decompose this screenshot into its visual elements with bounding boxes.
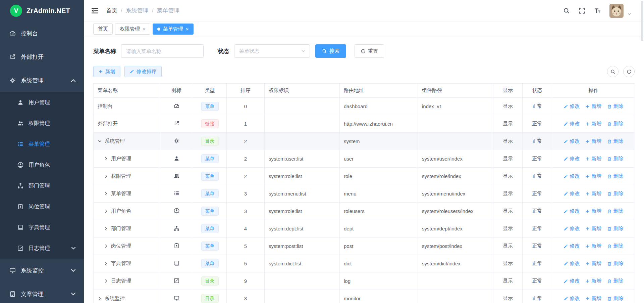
close-tab-icon[interactable]: ×: [186, 26, 189, 32]
app-logo: V ZrAdmin.NET: [0, 0, 84, 21]
edit-menu-link[interactable]: 修改: [564, 173, 580, 179]
edit-menu-link[interactable]: 修改: [564, 138, 580, 144]
sidebar-item-log[interactable]: 日志管理: [0, 238, 84, 259]
edit-menu-link[interactable]: 修改: [564, 103, 580, 110]
delete-menu-link[interactable]: 删除: [607, 138, 624, 144]
edit-menu-link[interactable]: 修改: [564, 208, 580, 214]
add-menu-link[interactable]: 新增: [585, 138, 602, 144]
sort-cell: 2: [227, 168, 265, 185]
action-label: 删除: [613, 278, 624, 284]
action-label: 修改: [570, 190, 580, 197]
edit-menu-link[interactable]: 修改: [564, 295, 580, 302]
breadcrumb-item[interactable]: 首页: [106, 7, 117, 14]
edit-menu-link[interactable]: 修改: [564, 156, 580, 162]
add-menu-link[interactable]: 新增: [585, 278, 602, 284]
user-role-icon: [174, 208, 179, 214]
add-menu-link[interactable]: 新增: [585, 295, 602, 302]
add-menu-link[interactable]: 新增: [585, 243, 602, 249]
reset-button[interactable]: 重置: [355, 44, 384, 58]
menu-name-input[interactable]: [121, 44, 204, 58]
sidebar-item-user[interactable]: 用户管理: [0, 92, 84, 113]
sidebar-item-roleusers[interactable]: 用户角色: [0, 155, 84, 175]
action-label: 修改: [570, 278, 580, 284]
route-cell: post: [340, 237, 418, 255]
sidebar-item-dict[interactable]: 字典管理: [0, 217, 84, 238]
edit-icon: [564, 279, 568, 284]
delete-menu-link[interactable]: 删除: [607, 121, 624, 127]
add-menu-link[interactable]: 新增: [585, 260, 602, 267]
add-menu-link[interactable]: 新增: [585, 156, 602, 162]
user-avatar[interactable]: [609, 4, 624, 18]
caret-down-icon[interactable]: [628, 12, 631, 18]
sidebar-item-article[interactable]: 文章管理: [0, 282, 84, 303]
delete-menu-link[interactable]: 删除: [607, 173, 624, 179]
delete-menu-link[interactable]: 删除: [607, 156, 624, 162]
edit-icon: [564, 122, 568, 126]
edit-menu-link[interactable]: 修改: [564, 260, 580, 267]
table-row: 用户管理菜单2system:user:listusersystem/user/i…: [94, 150, 635, 168]
sidebar-item-dashboard[interactable]: 控制台: [0, 21, 84, 45]
plus-icon: [585, 122, 590, 126]
fullscreen-icon[interactable]: [579, 7, 585, 14]
add-menu-link[interactable]: 新增: [585, 103, 602, 110]
status-select[interactable]: 菜单状态: [234, 44, 310, 58]
menu-name: 系统管理: [105, 138, 125, 144]
sidebar-item-role[interactable]: 权限管理: [0, 113, 84, 134]
users-icon: [174, 173, 179, 179]
add-menu-link[interactable]: 新增: [585, 190, 602, 197]
delete-menu-link[interactable]: 删除: [607, 225, 624, 232]
add-menu-link[interactable]: 新增: [585, 121, 602, 127]
icon-cell: [160, 150, 193, 168]
edit-menu-link[interactable]: 修改: [564, 121, 580, 127]
action-label: 删除: [613, 121, 624, 127]
sort-cell: 1: [227, 115, 265, 133]
tab-home[interactable]: 首页: [93, 24, 113, 35]
add-menu-link[interactable]: 新增: [585, 208, 602, 214]
menu-fold-icon[interactable]: [91, 7, 99, 14]
tab-menu[interactable]: 菜单管理×: [153, 24, 194, 35]
font-size-icon[interactable]: [594, 7, 601, 14]
sidebar-item-post[interactable]: 岗位管理: [0, 196, 84, 217]
search-icon[interactable]: [563, 7, 570, 14]
refresh-table-button[interactable]: [623, 66, 635, 77]
sidebar-item-monitor[interactable]: 系统监控: [0, 259, 84, 282]
status-cell: 正常: [523, 150, 552, 168]
route-cell: dict: [340, 255, 418, 272]
edit-menu-link[interactable]: 修改: [564, 190, 580, 197]
delete-menu-link[interactable]: 删除: [607, 190, 624, 197]
sidebar-item-dept[interactable]: 部门管理: [0, 175, 84, 196]
column-header-4: 权限标识: [265, 84, 340, 98]
sort-button[interactable]: 修改排序: [124, 66, 162, 77]
sidebar-item-menu[interactable]: 菜单管理: [0, 134, 84, 155]
component-cell: [418, 133, 493, 150]
delete-menu-link[interactable]: 删除: [607, 278, 624, 284]
trash-icon: [607, 139, 612, 144]
route-cell: log: [340, 272, 418, 290]
close-tab-icon[interactable]: ×: [143, 26, 146, 32]
scrollbar[interactable]: [641, 1, 643, 41]
search-button[interactable]: 搜索: [315, 44, 346, 58]
type-tag: 菜单: [201, 242, 219, 251]
edit-menu-link[interactable]: 修改: [564, 278, 580, 284]
add-menu-link[interactable]: 新增: [585, 173, 602, 179]
add-menu-link[interactable]: 新增: [585, 225, 602, 232]
sort-button-label: 修改排序: [137, 69, 157, 75]
delete-menu-link[interactable]: 删除: [607, 243, 624, 249]
tab-role[interactable]: 权限管理×: [115, 24, 150, 35]
delete-menu-link[interactable]: 删除: [607, 208, 624, 214]
toggle-search-button[interactable]: [607, 66, 619, 77]
sidebar-item-external[interactable]: 外部打开: [0, 45, 84, 69]
type-tag: 菜单: [201, 207, 219, 216]
add-button[interactable]: 新增: [93, 66, 120, 77]
sidebar-item-system[interactable]: 系统管理: [0, 69, 84, 92]
edit-menu-link[interactable]: 修改: [564, 243, 580, 249]
component-cell: index_v1: [418, 98, 493, 115]
delete-menu-link[interactable]: 删除: [607, 260, 624, 267]
status-select-placeholder: 菜单状态: [239, 48, 259, 54]
delete-menu-link[interactable]: 删除: [607, 103, 624, 110]
edit-menu-link[interactable]: 修改: [564, 225, 580, 232]
logo-icon: V: [10, 5, 22, 17]
action-label: 删除: [613, 156, 624, 162]
column-header-2: 类型: [193, 84, 227, 98]
delete-menu-link[interactable]: 删除: [607, 295, 624, 302]
